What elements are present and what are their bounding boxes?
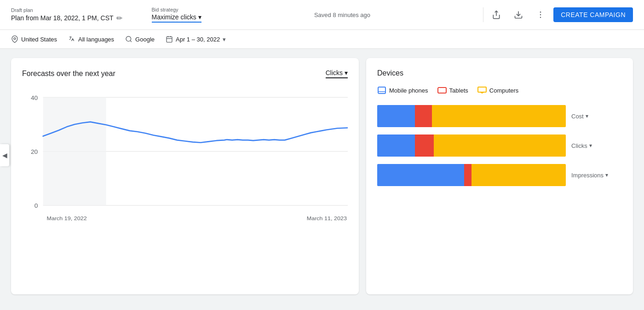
- saved-status: Saved 8 minutes ago: [314, 12, 370, 18]
- legend-mobile: Mobile phones: [377, 87, 428, 94]
- bar-label[interactable]: Clicks▾: [571, 142, 622, 149]
- bar-row: Clicks▾: [377, 135, 622, 157]
- bar-segment: [464, 164, 472, 186]
- metric-dropdown-icon: ▾: [345, 69, 348, 76]
- bar-segment: [434, 135, 566, 157]
- bar-row: Cost▾: [377, 105, 622, 127]
- edit-icon[interactable]: ✏: [116, 14, 122, 23]
- mobile-icon: [377, 87, 386, 94]
- location-value: United States: [21, 36, 57, 43]
- svg-rect-19: [43, 97, 106, 205]
- svg-point-3: [540, 14, 541, 16]
- chevron-left-icon: ◀: [2, 152, 7, 159]
- plan-title: Plan from Mar 18, 2022, 1 PM, CST ✏: [11, 14, 122, 23]
- network-value: Google: [135, 36, 155, 43]
- forecast-chart-area: 40 20 0 March 19, 2022 March 11, 2023: [22, 88, 348, 235]
- bid-label: Bid strategy: [152, 7, 201, 12]
- tablet-icon: [437, 87, 447, 94]
- svg-rect-25: [478, 87, 486, 92]
- bid-strategy-dropdown[interactable]: Maximize clicks ▾: [152, 13, 201, 23]
- bar-label-text: Clicks: [571, 142, 587, 149]
- date-range-value: Apr 1 – 30, 2022: [176, 36, 220, 43]
- share-button[interactable]: [487, 6, 506, 24]
- filter-bar: United States All languages Google Apr 1…: [0, 30, 644, 49]
- bar-container: [377, 164, 566, 186]
- header-actions: CREATE CAMPAIGN: [483, 6, 633, 24]
- svg-text:40: 40: [31, 94, 38, 101]
- svg-point-4: [540, 17, 541, 18]
- draft-plan-section: Draft plan Plan from Mar 18, 2022, 1 PM,…: [11, 7, 122, 23]
- devices-title: Devices: [377, 69, 622, 77]
- metric-label: Clicks: [326, 69, 343, 76]
- header: Draft plan Plan from Mar 18, 2022, 1 PM,…: [0, 0, 644, 30]
- date-range-filter[interactable]: Apr 1 – 30, 2022 ▾: [166, 35, 226, 43]
- svg-point-5: [14, 38, 16, 40]
- legend-tablet-label: Tablets: [449, 87, 468, 94]
- bar-segment: [415, 135, 434, 157]
- bar-label[interactable]: Impressions▾: [571, 172, 622, 179]
- svg-rect-22: [378, 87, 385, 94]
- svg-line-7: [130, 41, 132, 42]
- location-filter[interactable]: United States: [11, 35, 57, 43]
- bar-row: Impressions▾: [377, 164, 622, 186]
- create-campaign-button[interactable]: CREATE CAMPAIGN: [553, 7, 633, 22]
- more-options-button[interactable]: [531, 6, 550, 24]
- svg-point-6: [126, 36, 131, 41]
- bar-segment: [377, 135, 415, 157]
- bar-segment: [432, 105, 566, 127]
- legend-computer: Computers: [477, 87, 519, 94]
- devices-card: Devices Mobile phones Tablets: [366, 58, 633, 294]
- devices-legend: Mobile phones Tablets Computers: [377, 87, 622, 94]
- chart-header: Forecasts over the next year Clicks ▾: [22, 69, 348, 78]
- bar-container: [377, 135, 566, 157]
- computer-icon: [477, 87, 487, 94]
- forecast-line-chart: 40 20 0 March 19, 2022 March 11, 2023: [22, 88, 348, 235]
- bar-segment: [415, 105, 432, 127]
- bar-label-text: Cost: [571, 113, 584, 120]
- legend-tablet: Tablets: [437, 87, 468, 94]
- svg-rect-24: [438, 88, 446, 93]
- language-value: All languages: [78, 36, 114, 43]
- legend-mobile-label: Mobile phones: [389, 87, 428, 94]
- dropdown-arrow-icon: ▾: [198, 13, 201, 21]
- bar-segment: [377, 164, 464, 186]
- draft-label: Draft plan: [11, 7, 122, 13]
- forecast-chart-card: Forecasts over the next year Clicks ▾ 40…: [11, 58, 359, 294]
- bar-dropdown-icon: ▾: [589, 142, 592, 149]
- svg-rect-8: [167, 37, 172, 42]
- chart-title: Forecasts over the next year: [22, 70, 115, 78]
- svg-text:20: 20: [31, 148, 38, 155]
- date-dropdown-icon: ▾: [223, 36, 226, 43]
- bar-dropdown-icon: ▾: [586, 113, 588, 119]
- metric-dropdown[interactable]: Clicks ▾: [326, 69, 348, 78]
- legend-computer-label: Computers: [489, 87, 519, 94]
- bar-segment: [377, 105, 415, 127]
- network-filter[interactable]: Google: [125, 35, 155, 43]
- bar-dropdown-icon: ▾: [605, 172, 608, 178]
- main-content: Forecasts over the next year Clicks ▾ 40…: [0, 49, 644, 304]
- divider: [483, 7, 483, 22]
- sidebar-toggle[interactable]: ◀: [0, 144, 9, 166]
- bar-label-text: Impressions: [571, 172, 604, 179]
- svg-text:0: 0: [34, 203, 38, 209]
- svg-text:March 11, 2023: March 11, 2023: [307, 215, 347, 222]
- svg-text:March 19, 2022: March 19, 2022: [46, 215, 86, 222]
- download-button[interactable]: [509, 6, 528, 24]
- bar-segment: [472, 164, 566, 186]
- bar-container: [377, 105, 566, 127]
- bid-strategy-section: Bid strategy Maximize clicks ▾: [152, 7, 201, 23]
- svg-point-2: [540, 12, 541, 13]
- bar-label[interactable]: Cost▾: [571, 113, 622, 120]
- bar-rows: Cost▾Clicks▾Impressions▾: [377, 105, 622, 186]
- language-filter[interactable]: All languages: [68, 35, 114, 43]
